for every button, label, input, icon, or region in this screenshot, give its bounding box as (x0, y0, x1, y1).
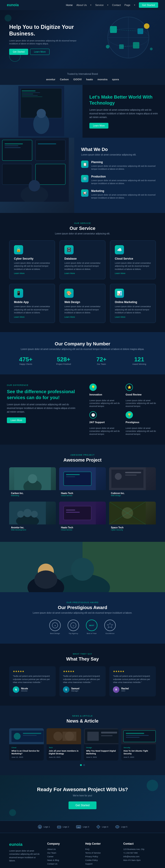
author-role-2: CEO (121, 690, 129, 692)
footer-link-news[interactable]: News & Blog (47, 859, 80, 861)
footer-grid: eunoia Lorem ipsum dolor sit amet consec… (9, 842, 156, 866)
svg-rect-29 (5, 147, 21, 148)
svg-point-48 (23, 509, 32, 517)
news-body-0: Cloud What is an Cloud Service for Marke… (9, 744, 44, 761)
footer-link-team[interactable]: Our Team (47, 852, 80, 854)
project-card-1[interactable]: Haato Tech Cloud Service (59, 467, 106, 498)
news-title-1[interactable]: Join all your team members in Digital St… (49, 749, 79, 755)
footer-link-terms[interactable]: Terms of Service (85, 852, 118, 854)
news-card-3[interactable]: Security How To Set Ubuntu Tight Securit… (121, 728, 156, 761)
planning-desc: Lorem ipsum dolor sit amet consectetur a… (91, 165, 158, 171)
cta-subtitle: We're here for you! (9, 794, 156, 797)
nav-cta-button[interactable]: Get Started (139, 2, 158, 8)
nav-service[interactable]: Service (95, 4, 104, 6)
svg-point-42 (115, 473, 122, 480)
service-card-web: 🎨 Web Design Lorem ipsum dolor sit amet … (60, 284, 105, 323)
project-image-1 (59, 467, 106, 490)
news-date-3: June 5, 2023 (123, 756, 154, 758)
project-card-4[interactable]: Haato Tech Cloud Service (59, 502, 106, 533)
footer-link-cookie[interactable]: Cookie Policy (85, 859, 118, 861)
project-card-2[interactable]: Cubicon Inc. Web Design (109, 467, 156, 498)
hero-secondary-button[interactable]: Learn More (30, 49, 50, 55)
footer-link-career[interactable]: Career (47, 856, 80, 858)
nav-contact[interactable]: Contact (112, 4, 121, 6)
author-role-1: Manager (71, 690, 80, 692)
news-title-0[interactable]: What is an Cloud Service for Marketing? (11, 749, 42, 755)
partner-2: ◈◈ Logo 3 (76, 825, 89, 829)
online-marketing-link[interactable]: Learn More (115, 316, 151, 318)
database-link[interactable]: Learn More (64, 272, 101, 275)
difference-button[interactable]: Learn More (7, 417, 26, 423)
innovation-icon: 💡 (89, 383, 97, 391)
nav-page[interactable]: Page (125, 4, 130, 6)
nav-logo[interactable]: eunoia (7, 3, 19, 7)
news-tag-1: Tech (49, 747, 79, 749)
marketing-title: Marketing (91, 189, 158, 193)
svg-rect-88 (126, 733, 144, 734)
footer-link-contact[interactable]: Contact Us (47, 863, 80, 865)
news-tag-2: Design (86, 747, 116, 749)
footer-email[interactable]: info@eunoia.com (123, 856, 156, 858)
testimonial-text-2: "Nulla vel petent ante parturient torque… (113, 675, 152, 684)
service-pre-title: Our Service (9, 222, 156, 224)
cloud-icon: ☁️ (115, 245, 124, 254)
person-banner (0, 542, 165, 592)
what-we-do-section: What We Do Lorem ipsum dolor sit amet co… (0, 138, 165, 213)
testimonials-title: What They Say (9, 656, 156, 662)
footer-help-links: FAQ Terms of Service Privacy Policy Cook… (85, 848, 118, 865)
difference-grid-col: 💡 Innovation Lorem ipsum dolor sit amet … (82, 374, 165, 445)
web-link[interactable]: Learn More (64, 316, 101, 318)
prestigious-icon: 🏆 (126, 411, 133, 418)
mobile-link[interactable]: Learn More (14, 316, 50, 318)
svg-point-97 (115, 826, 119, 828)
footer-logo: eunoia (9, 842, 42, 847)
svg-rect-27 (5, 144, 23, 144)
hero-title: Help You to Digitize Your Business. (9, 24, 78, 37)
footer-phone[interactable]: +1 234 567 890 (123, 852, 156, 854)
innovation-title: Innovation (89, 393, 122, 396)
news-title-2[interactable]: Why You Need Support Digital Marketing (86, 749, 116, 755)
news-title-3[interactable]: How To Set Ubuntu Tight Security (123, 749, 154, 755)
lets-make-photo (0, 85, 82, 138)
footer-link-about[interactable]: About Us (47, 848, 80, 850)
svg-rect-16 (22, 92, 40, 93)
testimonial-card-0: ★★★★★ "Nulla vel petent ante parturient … (9, 666, 56, 696)
news-card-0[interactable]: Cloud What is an Cloud Service for Marke… (9, 728, 44, 761)
svg-rect-89 (126, 735, 149, 736)
svg-rect-23 (2, 140, 32, 161)
svg-rect-51 (64, 506, 91, 520)
project-card-5[interactable]: Space Tech Cyber Security (109, 502, 156, 533)
cyber-link[interactable]: Learn More (14, 272, 50, 275)
footer-link-privacy[interactable]: Privacy Policy (85, 856, 118, 858)
web-title: Web Design (64, 301, 101, 304)
awards-title: Our Prestigious Award (9, 605, 156, 610)
award-item-2: BEST Best of Year (86, 620, 98, 634)
brand-monstra: monstra (98, 78, 107, 81)
service-card-database: 🗄️ Database Lorem ipsum dolor sit amet c… (60, 240, 105, 279)
author-role-0: Director (21, 690, 28, 692)
footer-link-support[interactable]: Support (85, 863, 118, 865)
difference-description: Lorem ipsum dolor sit amet consectetur a… (7, 403, 76, 414)
project-card-0[interactable]: Carbon Inc. Marketing (9, 467, 56, 498)
svg-rect-37 (64, 472, 91, 486)
cloud-link[interactable]: Learn More (115, 272, 151, 275)
news-pre-title: News & Article (9, 715, 156, 717)
news-card-2[interactable]: Design Why You Need Support Digital Mark… (84, 728, 118, 761)
footer-link-faq[interactable]: FAQ (85, 848, 118, 850)
nav-home[interactable]: Home (66, 4, 73, 6)
news-date-1: June 10, 2023 (49, 756, 79, 758)
avatar-0: N (13, 686, 19, 693)
award-label-2: Best of Year (87, 632, 97, 634)
lets-make-button[interactable]: Learn More (89, 123, 108, 128)
author-0: N Nicole Director (13, 686, 52, 693)
deco-circle-1 (9, 50, 21, 62)
nav-about[interactable]: About Us (76, 4, 87, 6)
news-card-1[interactable]: Tech Join all your team members in Digit… (47, 728, 81, 761)
service-item-planning: 📋 Planning Lorem ipsum dolor sit amet co… (81, 161, 158, 171)
project-image-5 (109, 502, 156, 524)
project-cat-2: Web Design (111, 495, 154, 497)
cta-button[interactable]: Get Started (68, 801, 96, 809)
project-card-3[interactable]: Avontur Inc. Web Development (9, 502, 56, 533)
innovation-desc: Lorem ipsum dolor sit amet consectetur a… (89, 399, 122, 408)
svg-rect-26 (35, 164, 65, 185)
